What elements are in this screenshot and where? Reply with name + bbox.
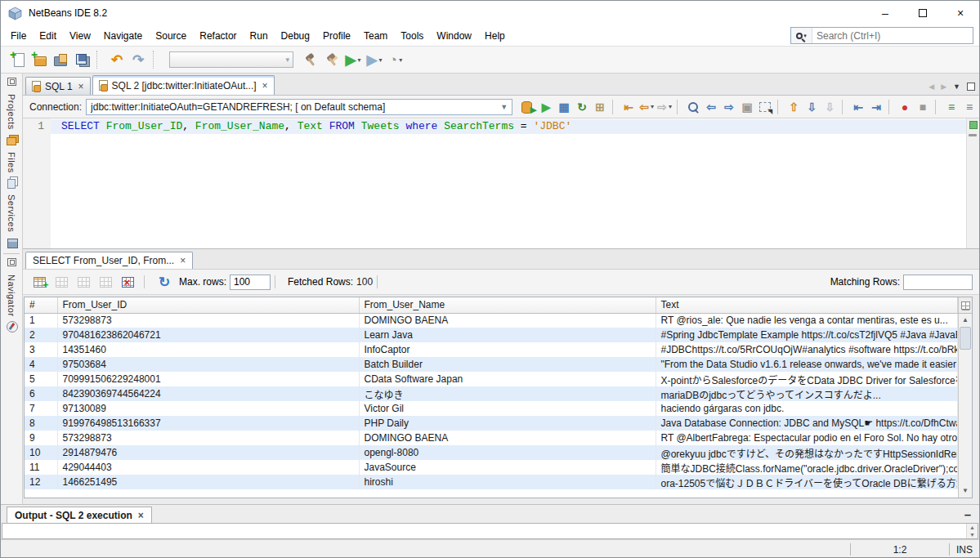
cell[interactable]: 842390369744564224 (57, 386, 359, 401)
cell[interactable]: hiroshi (359, 475, 656, 489)
table-row[interactable]: 6842390369744564224こなゆきmariaDBのjdbcってどうや… (25, 386, 958, 401)
redo-icon[interactable]: ↷ (128, 49, 149, 70)
output-console[interactable]: ▲▼ (2, 523, 978, 539)
cell[interactable]: 6 (25, 386, 57, 401)
maximize-editor-icon[interactable] (967, 83, 975, 91)
search-icon[interactable]: ▾ (791, 28, 812, 43)
last-edit-position-icon[interactable]: ⇤ (620, 98, 638, 116)
cell[interactable]: 2914879476 (57, 445, 359, 460)
sidebar-tab-navigator[interactable]: Navigator (1, 271, 22, 336)
column-header--[interactable]: # (25, 297, 57, 313)
cell[interactable]: 970481623862046721 (57, 328, 359, 342)
table-row[interactable]: 2970481623862046721Learn Java#Spring Jdb… (25, 328, 958, 342)
cell[interactable]: InfoCaptor (359, 342, 656, 357)
commit-record-icon[interactable] (74, 272, 93, 292)
output-scrollbar[interactable]: ▲▼ (966, 524, 978, 538)
scroll-up-icon[interactable]: ▲ (959, 314, 972, 326)
cell[interactable]: mariaDBのjdbcってどうやってインスコすんだよ... (656, 386, 958, 401)
cell[interactable]: 1466251495 (57, 475, 359, 489)
sidebar-tab-services[interactable]: Services (1, 191, 22, 251)
menu-window[interactable]: Window (430, 27, 478, 45)
delete-record-icon[interactable] (51, 272, 71, 292)
toggle-comment-icon[interactable]: ≡ (942, 98, 960, 116)
run-statement-icon[interactable]: ▶ (537, 98, 555, 116)
matching-rows-input[interactable] (903, 275, 973, 290)
quick-search[interactable]: ▾ (790, 27, 973, 44)
clean-build-project-icon[interactable] (321, 49, 342, 70)
maximize-window-button[interactable] (904, 1, 942, 25)
cell[interactable]: opengl-8080 (359, 445, 656, 460)
code-fold-lines-icon[interactable]: ≡ (960, 98, 978, 116)
previous-occurrence-icon[interactable]: ⇦ (702, 98, 720, 116)
configuration-combo-icon[interactable]: ▾ (169, 51, 293, 68)
run-project-icon[interactable]: ▶▾ (342, 49, 364, 70)
table-row[interactable]: 797130089Victor Gilhaciendo gárgaras con… (25, 401, 958, 416)
scroll-tabs-right-icon[interactable]: ▶ (941, 83, 946, 91)
table-row[interactable]: 102914879476opengl-8080@orekyuu jdbcですけど… (25, 445, 958, 460)
debug-project-icon[interactable]: ▶▾ (364, 49, 385, 70)
save-all-icon[interactable] (71, 49, 92, 70)
cell[interactable]: 12 (25, 475, 57, 489)
close-icon[interactable]: × (180, 257, 186, 265)
sidebar-tab-projects[interactable]: Projects (1, 91, 22, 149)
menu-tools[interactable]: Tools (394, 27, 430, 45)
menu-help[interactable]: Help (478, 27, 512, 45)
column-header-from-user-id[interactable]: From_User_ID (57, 297, 359, 313)
find-icon[interactable] (684, 98, 702, 116)
new-project-icon[interactable] (29, 49, 50, 70)
cell[interactable]: RT @rios_ale: Que nadie les venga a cont… (656, 313, 958, 328)
cell[interactable]: 919976498513166337 (57, 416, 359, 431)
menu-source[interactable]: Source (149, 27, 193, 45)
minimize-window-button[interactable]: – (866, 1, 904, 25)
code-area[interactable]: SELECT From_User_ID, From_User_Name, Tex… (51, 118, 966, 248)
cell[interactable]: haciendo gárgaras con jdbc. (656, 401, 958, 416)
forward-icon[interactable]: ⇨▾ (656, 98, 673, 116)
cell[interactable]: "From the Data Studio v1.6.1 release onw… (656, 357, 958, 372)
table-row[interactable]: 497503684Batch Builder"From the Data Stu… (25, 357, 958, 372)
cell[interactable]: 3 (25, 342, 57, 357)
start-macro-recording-icon[interactable]: ● (896, 98, 914, 116)
cell[interactable]: DOMINGO BAENA (359, 313, 656, 328)
editor-tab-1[interactable]: SQL 1× (25, 77, 91, 95)
cell[interactable]: 97130089 (57, 401, 359, 416)
result-tab[interactable]: SELECT From_User_ID, From... × (25, 252, 193, 269)
search-input[interactable] (812, 30, 973, 42)
run-sql-icon[interactable] (519, 98, 537, 116)
cell[interactable]: Java Database Connection: JDBC and MySQL… (656, 416, 958, 431)
tab-list-menu-icon[interactable]: ▼ (953, 83, 960, 91)
menu-run[interactable]: Run (244, 27, 275, 45)
column-settings-button[interactable] (958, 297, 972, 314)
scrollbar-thumb[interactable] (960, 327, 971, 350)
table-row[interactable]: 1573298873DOMINGO BAENART @rios_ale: Que… (25, 313, 958, 328)
shift-line-left-icon[interactable]: ⇤ (849, 98, 867, 116)
table-row[interactable]: 8919976498513166337PHP DailyJava Databas… (25, 416, 958, 431)
rectangular-selection-icon[interactable] (756, 98, 774, 116)
cell[interactable]: 2 (25, 328, 57, 342)
max-rows-input[interactable] (230, 275, 271, 290)
cell[interactable]: PHP Daily (359, 416, 656, 431)
menu-view[interactable]: View (63, 27, 97, 45)
cell[interactable]: #JDBChttps://t.co/5RrCOUqOjW#analytics #… (656, 342, 958, 357)
table-row[interactable]: 314351460InfoCaptor#JDBChttps://t.co/5Rr… (25, 342, 958, 357)
table-row[interactable]: 5709991506229248001CData Software JapanX… (25, 372, 958, 386)
cell[interactable]: 8 (25, 416, 57, 431)
close-window-button[interactable]: × (942, 1, 979, 25)
insert-record-icon[interactable]: + (29, 272, 49, 292)
no-errors-indicator-icon[interactable] (969, 121, 978, 129)
new-file-icon[interactable] (7, 49, 29, 70)
menu-debug[interactable]: Debug (275, 27, 316, 45)
menu-file[interactable]: File (4, 27, 33, 45)
shift-line-right-icon[interactable]: ⇥ (867, 98, 885, 116)
vertical-scrollbar[interactable]: ▲ ▼ (958, 297, 972, 498)
menu-navigate[interactable]: Navigate (97, 27, 149, 45)
cell[interactable]: 5 (25, 372, 57, 386)
cell[interactable]: 4 (25, 357, 57, 372)
cell[interactable]: ora-12505で悩むＪＤＢＣドライバーを使ってOracle DBに繋げる方法… (656, 475, 958, 489)
next-bookmark-icon[interactable]: ⇩ (803, 98, 821, 116)
toggle-highlight-icon[interactable]: ▣ (738, 98, 756, 116)
truncate-table-icon[interactable]: × (118, 272, 137, 292)
previous-bookmark-icon[interactable]: ⇧ (785, 98, 803, 116)
cell[interactable]: JavaSource (359, 460, 656, 475)
cell[interactable]: 10 (25, 445, 57, 460)
sql-history-icon[interactable]: ▦ (555, 98, 573, 116)
